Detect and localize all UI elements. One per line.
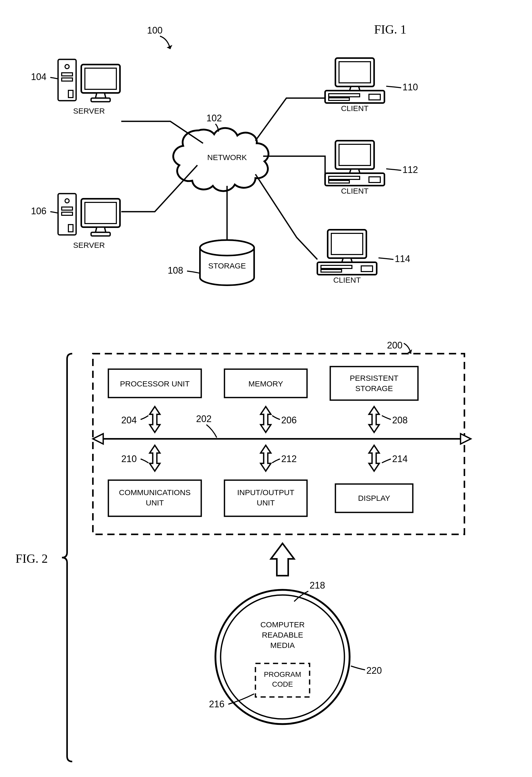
leader-208 xyxy=(382,416,391,420)
ref-100: 100 xyxy=(147,25,162,36)
leader-206 xyxy=(272,416,280,420)
comm-label-2: UNIT xyxy=(146,498,164,507)
leader-108 xyxy=(187,271,200,273)
ref-106: 106 xyxy=(31,206,46,216)
io-unit-block: INPUT/OUTPUT UNIT xyxy=(225,480,307,516)
persistent-label-2: STORAGE xyxy=(355,384,393,393)
ref-202: 202 xyxy=(196,414,212,424)
storage-label: STORAGE xyxy=(208,261,246,270)
server-104-label: SERVER xyxy=(73,107,105,115)
client-112-label: CLIENT xyxy=(341,187,369,195)
arrow-206 xyxy=(261,407,271,432)
ref-114: 114 xyxy=(395,253,410,264)
ref-104: 104 xyxy=(31,72,46,82)
ref-218: 218 xyxy=(309,580,325,591)
ref-210: 210 xyxy=(121,454,137,464)
program-code-label-1: PROGRAM xyxy=(264,670,301,678)
media-arrow-icon xyxy=(271,543,294,576)
program-code-label-2: CODE xyxy=(272,680,293,688)
processor-unit-block: PROCESSOR UNIT xyxy=(108,369,201,398)
leader-214 xyxy=(382,459,391,463)
client-114: CLIENT xyxy=(317,230,377,284)
link-client2 xyxy=(263,156,325,178)
memory-label: MEMORY xyxy=(248,379,283,388)
leader-106 xyxy=(50,212,57,213)
leader-212 xyxy=(272,459,280,463)
figure-1: FIG. 1 100 NETWORK 102 SERVER 104 SERVER… xyxy=(31,22,418,285)
figure-2: FIG. 2 200 PROCESSOR UNIT MEMORY PERSIST… xyxy=(15,340,471,762)
ref-220: 220 xyxy=(366,665,382,676)
ref-200: 200 xyxy=(387,340,402,351)
client-110-label: CLIENT xyxy=(341,104,369,113)
server-106: SERVER xyxy=(58,194,120,249)
arrow-212 xyxy=(261,445,271,471)
leader-220 xyxy=(351,666,365,670)
communications-unit-block: COMMUNICATIONS UNIT xyxy=(108,480,201,516)
leader-114 xyxy=(379,258,393,259)
persistent-label-1: PERSISTENT xyxy=(350,374,398,382)
io-label-2: UNIT xyxy=(257,498,275,507)
display-block: DISPLAY xyxy=(336,484,413,513)
arrow-210 xyxy=(150,445,160,471)
leader-110 xyxy=(386,86,401,88)
ref-112: 112 xyxy=(402,164,418,175)
arrow-208 xyxy=(369,407,379,432)
ref-102: 102 xyxy=(207,113,222,123)
client-112: CLIENT xyxy=(325,141,384,195)
display-label: DISPLAY xyxy=(358,494,390,502)
svg-rect-18 xyxy=(330,366,418,400)
media-label-2: READABLE xyxy=(262,631,303,639)
network-label: NETWORK xyxy=(207,153,247,161)
fig2-brace xyxy=(62,354,72,762)
svg-rect-21 xyxy=(225,480,307,516)
io-label-1: INPUT/OUTPUT xyxy=(237,488,294,497)
leader-202 xyxy=(207,425,217,438)
computer-readable-media: COMPUTER READABLE MEDIA PROGRAM CODE xyxy=(216,590,350,724)
leader-104 xyxy=(50,78,57,79)
leader-204 xyxy=(141,416,148,420)
network-cloud: NETWORK xyxy=(173,128,268,191)
comm-label-1: COMMUNICATIONS xyxy=(119,488,191,497)
storage-108: STORAGE xyxy=(200,240,254,285)
link-client1 xyxy=(255,98,325,141)
memory-block: MEMORY xyxy=(225,369,307,398)
server-106-label: SERVER xyxy=(73,241,105,249)
client-110: CLIENT xyxy=(325,58,384,113)
ref-212: 212 xyxy=(281,454,297,464)
ref-214: 214 xyxy=(392,454,408,464)
media-label-3: MEDIA xyxy=(270,641,295,650)
bus-202 xyxy=(93,434,471,444)
ref-208: 208 xyxy=(392,415,408,425)
ref-110: 110 xyxy=(402,82,418,92)
leader-112 xyxy=(386,169,401,171)
client-114-label: CLIENT xyxy=(334,276,361,284)
arrow-204 xyxy=(150,407,160,432)
svg-rect-20 xyxy=(108,480,201,516)
ref-108: 108 xyxy=(168,265,183,276)
ref-204: 204 xyxy=(121,415,137,425)
persistent-storage-block: PERSISTENT STORAGE xyxy=(330,366,418,400)
fig1-title: FIG. 1 xyxy=(374,22,406,36)
svg-point-15 xyxy=(200,240,254,255)
link-client3 xyxy=(255,174,317,259)
leader-210 xyxy=(141,459,148,463)
fig2-title: FIG. 2 xyxy=(15,552,48,565)
ref-206: 206 xyxy=(281,415,297,425)
processor-unit-label: PROCESSOR UNIT xyxy=(120,379,189,388)
server-104: SERVER xyxy=(58,60,120,115)
arrow-214 xyxy=(369,445,379,471)
ref-216: 216 xyxy=(209,699,225,709)
media-label-1: COMPUTER xyxy=(260,620,305,629)
